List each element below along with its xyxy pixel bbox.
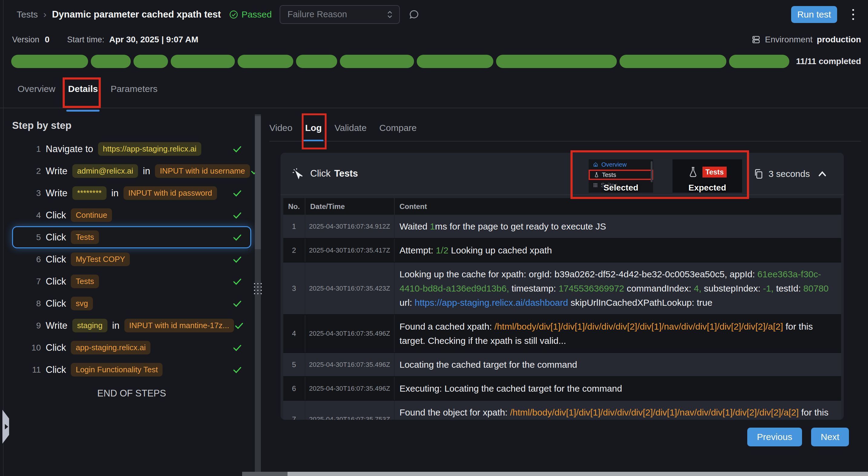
check-icon bbox=[232, 343, 242, 352]
progress-segment[interactable] bbox=[340, 55, 414, 68]
step-row[interactable]: 6ClickMyTest COPY bbox=[12, 248, 251, 270]
horizontal-scrollbar-thumb[interactable] bbox=[287, 472, 868, 476]
progress-completed-text: 11/11 completed bbox=[796, 57, 861, 66]
side-panel-expand-handle[interactable] bbox=[2, 410, 9, 444]
step-target-pill: Tests bbox=[71, 275, 99, 288]
selected-screenshot-thumbnail[interactable]: OverviewTestsSuites Selected bbox=[589, 159, 653, 193]
step-action: Click bbox=[46, 210, 66, 221]
step-row[interactable]: 9WritestaginginINPUT with id mantine-17z… bbox=[12, 314, 251, 337]
tab-parameters[interactable]: Parameters bbox=[111, 84, 157, 94]
step-row[interactable]: 5ClickTests bbox=[12, 226, 251, 248]
progress-segment[interactable] bbox=[496, 55, 617, 68]
previous-button[interactable]: Previous bbox=[747, 428, 802, 446]
run-test-button[interactable]: Run test bbox=[791, 6, 837, 23]
step-number: 4 bbox=[19, 210, 41, 220]
tab-details[interactable]: Details bbox=[68, 84, 98, 94]
log-card: Click Tests OverviewTestsSuites Selected… bbox=[281, 153, 844, 420]
check-icon bbox=[234, 321, 244, 330]
step-row[interactable]: 2Writeadmin@relicx.aiinINPUT with id use… bbox=[12, 160, 251, 182]
check-icon bbox=[232, 189, 242, 198]
next-button[interactable]: Next bbox=[811, 428, 849, 446]
expected-thumbnail-label: Expected bbox=[673, 183, 742, 193]
step-action: Click bbox=[46, 254, 66, 265]
copy-icon[interactable] bbox=[753, 168, 764, 180]
tab-log[interactable]: Log bbox=[305, 123, 322, 133]
step-row[interactable]: 8Clicksvg bbox=[12, 293, 251, 314]
expected-screenshot-thumbnail[interactable]: Tests Expected bbox=[673, 159, 742, 193]
horizontal-scrollbar-track[interactable] bbox=[242, 472, 287, 476]
top-bar: Tests › Dynamic parameter cached xpath t… bbox=[0, 0, 868, 29]
steps-scrollbar-thumb[interactable] bbox=[255, 116, 261, 249]
tab-compare[interactable]: Compare bbox=[379, 123, 416, 133]
step-row[interactable]: 11ClickLogin Functionality Test bbox=[12, 359, 251, 381]
progress-segment[interactable] bbox=[417, 55, 494, 68]
step-target-pill: INPUT with id password bbox=[123, 186, 217, 200]
panel-splitter[interactable] bbox=[255, 114, 261, 476]
step-joiner: in bbox=[143, 166, 150, 177]
progress-segment[interactable] bbox=[11, 55, 88, 68]
log-row-number: 5 bbox=[283, 353, 305, 376]
version-label: Version bbox=[12, 35, 39, 44]
col-header-datetime: Date/Time bbox=[305, 198, 395, 215]
steps-list: 1Navigate tohttps://app-staging.relicx.a… bbox=[12, 138, 251, 381]
step-number: 1 bbox=[19, 144, 41, 154]
step-number: 11 bbox=[19, 365, 41, 375]
step-row[interactable]: 4ClickContinue bbox=[12, 204, 251, 226]
step-row[interactable]: 1Navigate tohttps://app-staging.relicx.a… bbox=[12, 138, 251, 160]
step-number: 10 bbox=[19, 343, 41, 352]
environment-label: Environment bbox=[765, 35, 813, 44]
step-action: Write bbox=[46, 320, 67, 331]
more-options-icon[interactable] bbox=[850, 7, 856, 22]
progress-segment[interactable] bbox=[133, 55, 168, 68]
duration-text: 3 seconds bbox=[768, 169, 810, 179]
step-target-pill: app-staging.relicx.ai bbox=[71, 341, 150, 354]
log-row: 12025-04-30T16:07:34.912ZWaited 1ms for … bbox=[283, 215, 841, 239]
splitter-drag-handle-icon[interactable] bbox=[254, 283, 262, 294]
page-title: Dynamic parameter cached xpath test bbox=[52, 9, 221, 20]
step-number: 6 bbox=[19, 254, 41, 264]
step-action: Write bbox=[46, 166, 67, 177]
progress-segment[interactable] bbox=[296, 55, 337, 68]
step-row[interactable]: 3Write********inINPUT with id password bbox=[12, 182, 251, 204]
pager: Previous Next bbox=[747, 428, 849, 446]
collapse-chevron-icon[interactable] bbox=[817, 169, 828, 178]
home-icon bbox=[593, 162, 598, 167]
log-row-timestamp: 2025-04-30T16:07:35.753Z bbox=[305, 401, 395, 420]
step-value-pill: admin@relicx.ai bbox=[72, 164, 138, 178]
comment-icon[interactable] bbox=[408, 9, 420, 20]
progress-segment[interactable] bbox=[238, 55, 293, 68]
step-number: 3 bbox=[19, 189, 41, 198]
check-icon bbox=[232, 144, 242, 154]
progress-segment[interactable] bbox=[91, 55, 131, 68]
status-text: Passed bbox=[242, 9, 272, 20]
step-action: Click bbox=[46, 276, 66, 287]
check-icon bbox=[232, 299, 242, 308]
left-border-line bbox=[3, 0, 4, 476]
flask-icon bbox=[688, 166, 698, 178]
step-row[interactable]: 10Clickapp-staging.relicx.ai bbox=[12, 337, 251, 359]
mini-nav-label: Tests bbox=[602, 171, 616, 178]
log-table-header: No. Date/Time Content bbox=[283, 198, 841, 215]
tab-video[interactable]: Video bbox=[269, 123, 292, 133]
log-row-number: 3 bbox=[283, 263, 305, 314]
log-row-content: Attempt: 1/2 Looking up cached xpath bbox=[395, 239, 841, 262]
step-number: 8 bbox=[19, 299, 41, 308]
meta-row: Version 0 Start time: Apr 30, 2025 | 9:0… bbox=[0, 30, 868, 49]
log-row-timestamp: 2025-04-30T16:07:35.417Z bbox=[305, 239, 395, 262]
log-row-timestamp: 2025-04-30T16:07:34.912Z bbox=[305, 215, 395, 238]
start-time-label: Start time: bbox=[67, 35, 104, 44]
breadcrumb-root[interactable]: Tests bbox=[17, 9, 38, 20]
progress-segment[interactable] bbox=[729, 55, 789, 68]
progress-bar: 11/11 completed bbox=[11, 55, 861, 68]
check-icon bbox=[232, 277, 242, 286]
mini-scrollbar bbox=[651, 161, 652, 182]
cursor-click-icon bbox=[291, 168, 304, 180]
tab-overview[interactable]: Overview bbox=[18, 84, 55, 94]
log-row-content: Executing: Locating the cached target fo… bbox=[395, 377, 841, 400]
step-row[interactable]: 7ClickTests bbox=[12, 270, 251, 293]
progress-segment[interactable] bbox=[171, 55, 235, 68]
tab-validate[interactable]: Validate bbox=[334, 123, 367, 133]
progress-segment[interactable] bbox=[620, 55, 726, 68]
step-target-pill: Login Functionality Test bbox=[71, 363, 162, 376]
failure-reason-select[interactable]: Failure Reason bbox=[280, 5, 400, 24]
